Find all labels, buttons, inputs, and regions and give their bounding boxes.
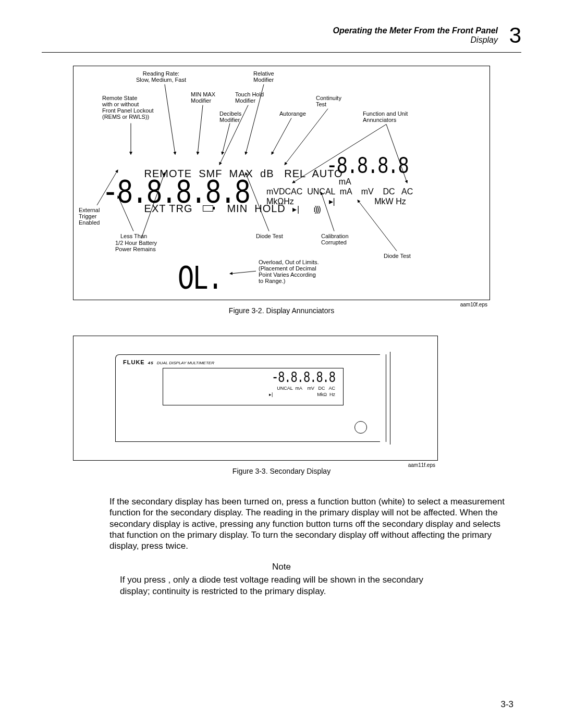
meter-edge — [390, 352, 390, 445]
label-battery: 1/2 Hour Battery Power Remains — [115, 240, 157, 252]
secondary-digits: -8.8.8.8 — [326, 156, 408, 177]
chapter-number: 3 — [509, 23, 521, 48]
label-touchhold-modifier: Touch Hold Modifier — [235, 91, 264, 104]
label-minmax-modifier: MIN MAX Modifier — [191, 91, 215, 104]
label-less-than: Less Than — [120, 233, 147, 239]
primary-digits: -8.8.8.8.8 — [102, 178, 249, 209]
svg-line-16 — [230, 271, 256, 274]
figure-3-3-frame: FLUKE 45 DUAL DISPLAY MULTIMETER -8.8.8.… — [73, 336, 438, 461]
label-cal-corrupt: Calibration Corrupted — [321, 233, 349, 245]
header-subtitle: Display — [333, 35, 498, 45]
note-body: If you press , only a diode test voltage… — [120, 574, 448, 597]
page-header: Operating the Meter From the Front Panel… — [42, 26, 521, 53]
meter-face: FLUKE 45 DUAL DISPLAY MULTIMETER -8.8.8.… — [115, 354, 380, 442]
meter-edge — [386, 354, 386, 442]
secondary-lcd: -8.8.8.8.8 UNCAL mA mV DC AC ▸|MkΩ Hz — [163, 368, 344, 405]
svg-line-6 — [272, 118, 291, 155]
round-button-icon — [354, 421, 367, 434]
svg-line-0 — [165, 84, 175, 154]
label-diode-test-2: Diode Test — [384, 253, 411, 259]
diode-icon-2: ▸| — [329, 197, 335, 206]
label-overload: Overload, Out of Limits. (Placement of D… — [259, 259, 319, 284]
note-header: Note — [42, 562, 521, 572]
label-relative-modifier: Relative Modifier — [253, 70, 274, 83]
figure-3-2-frame: Reading Rate: Slow, Medium, Fast Relativ… — [73, 66, 490, 300]
svg-line-3 — [198, 105, 203, 155]
label-ext-trig: External Trigger Enabled — [79, 207, 100, 226]
figure-3-3-caption: Figure 3-3. Secondary Display — [42, 467, 521, 475]
secondary-lcd-digits: -8.8.8.8.8 — [272, 369, 335, 387]
label-diode-test-1: Diode Test — [256, 233, 283, 239]
label-autorange: Autorange — [279, 110, 306, 117]
svg-line-5 — [222, 124, 230, 155]
label-decibels-modifier: Decibels Modifier — [219, 110, 241, 123]
label-continuity: Continuity Test — [316, 95, 341, 107]
label-func-unit: Function and Unit Annunciators — [363, 110, 408, 123]
label-reading-rate: Reading Rate: Slow, Medium, Fast — [136, 70, 186, 83]
unit-annunciators: mA mVDCAC UNCAL mA mV DC AC MkΩHz ▸| MkW… — [266, 177, 413, 207]
secondary-lcd-units2: ▸|MkΩ Hz — [272, 392, 335, 397]
figure-3-2-caption: Figure 3-2. Display Annunciators — [42, 306, 521, 315]
header-title: Operating the Meter From the Front Panel — [333, 26, 498, 35]
page-number: 3-3 — [500, 699, 513, 710]
brand-line: FLUKE 45 DUAL DISPLAY MULTIMETER — [123, 359, 214, 365]
body-paragraph: If the secondary display has been turned… — [109, 496, 511, 551]
eps-label-1: aam10f.eps — [460, 302, 487, 307]
overload-digits: OL. — [178, 264, 222, 295]
label-remote-state: Remote State with or without Front Panel… — [102, 95, 153, 120]
header-text-block: Operating the Meter From the Front Panel… — [333, 26, 498, 45]
page: Operating the Meter From the Front Panel… — [0, 0, 563, 728]
eps-label-2: aam11f.eps — [408, 462, 435, 468]
